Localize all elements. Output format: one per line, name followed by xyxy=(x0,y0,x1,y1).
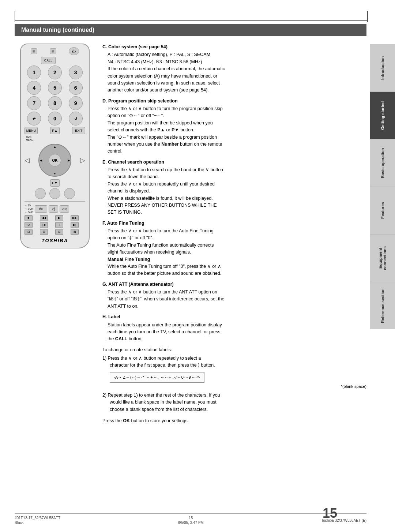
pv-button[interactable]: P▼ xyxy=(50,179,60,187)
ok-button[interactable]: OK xyxy=(49,154,61,166)
btn-extra3[interactable]: ⊟ xyxy=(55,229,63,235)
footer: #01E13-17_32/37WL58AET Black 15 8/5/05, … xyxy=(15,513,366,525)
remote-top-row: ⊞ ⊟ ⏻ xyxy=(25,47,85,55)
power-button[interactable]: ⏻ xyxy=(69,47,79,55)
remote-wrapper: ⊞ ⊟ ⏻ CALL 1 2 3 4 5 6 xyxy=(15,44,95,248)
section-g-body: Press the ∧ or ∨ button to turn the ANT … xyxy=(102,289,366,310)
nav-right[interactable]: ▶ xyxy=(68,159,70,162)
transport-row-1: ■ ◀◀ ▶ ▶▶ xyxy=(25,215,85,221)
source-btn-1[interactable]: I/II xyxy=(35,205,47,213)
side-tabs: Introduction Getting started Basic opera… xyxy=(370,44,395,329)
station-labels-intro: To change or create station labels: xyxy=(102,346,366,353)
tab-getting-started[interactable]: Getting started xyxy=(370,91,395,139)
source-labels: → TV → VCR → DVD xyxy=(25,204,33,214)
call-row: CALL xyxy=(25,57,85,64)
tab-basic-operation[interactable]: Basic operation xyxy=(370,139,395,187)
station-labels-section: To change or create station labels: 1) P… xyxy=(102,346,366,425)
tab-introduction[interactable]: Introduction xyxy=(370,44,395,91)
btn-1[interactable]: 1 xyxy=(27,65,41,79)
btn-extra4[interactable]: ⊠ xyxy=(71,229,79,235)
skip-fwd-btn[interactable]: ▶| xyxy=(71,222,79,228)
section-e-body: Press the ∧ button to search up the band… xyxy=(102,166,366,216)
section-c-title: C. Color system (see page 54) xyxy=(102,44,366,50)
section-d-body: Press the ∧ or ∨ button to turn the prog… xyxy=(102,105,366,155)
btn-7[interactable]: 7 xyxy=(27,96,41,110)
remote-col: ⊞ ⊟ ⏻ CALL 1 2 3 4 5 6 xyxy=(15,44,95,248)
vol-up-icon: ▷ xyxy=(80,156,85,164)
tab-features[interactable]: Features xyxy=(370,187,395,234)
nav-left[interactable]: ◀ xyxy=(40,159,42,162)
btn-6[interactable]: 6 xyxy=(69,81,83,95)
round-btn-3[interactable] xyxy=(64,188,75,199)
menu-button[interactable]: MENU xyxy=(25,127,38,134)
remote-control: ⊞ ⊟ ⏻ CALL 1 2 3 4 5 6 xyxy=(20,44,90,248)
dvd-menu-label: DVDMENU xyxy=(26,136,34,141)
nav-down[interactable]: ▼ xyxy=(53,172,56,175)
round-buttons-row xyxy=(25,188,85,199)
section-c-body: A : Automatic (factory setting), P : PAL… xyxy=(102,51,366,94)
btn-recall[interactable]: ↺ xyxy=(69,112,83,125)
section-f-body: Press the ∨ or ∧ button to turn the Auto… xyxy=(102,228,366,277)
exit-button[interactable]: EXIT xyxy=(72,127,85,134)
section-header: Manual tuning (continued) xyxy=(15,24,366,36)
rew-btn[interactable]: ◀◀ xyxy=(40,215,48,221)
section-d-title: D. Program position skip selection xyxy=(102,98,366,105)
transport-row-3: ⊡ ⊞ ⊟ ⊠ xyxy=(25,229,85,235)
page-number: 15 xyxy=(323,506,337,521)
vol-icon[interactable]: ◁) xyxy=(49,205,58,213)
btn-8[interactable]: 8 xyxy=(48,96,62,110)
btn-3[interactable]: 3 xyxy=(69,65,83,79)
remote-icon-1: ⊞ xyxy=(31,48,37,54)
step2: 2) Repeat step 1) to enter the rest of t… xyxy=(102,392,366,413)
btn-extra1[interactable]: ⊡ xyxy=(25,229,33,235)
rec-btn[interactable]: ⊙ xyxy=(25,222,33,228)
btn-9[interactable]: 9 xyxy=(69,96,83,110)
page-border-right xyxy=(367,11,368,22)
nav-ring: ▲ ▼ ◀ ▶ OK xyxy=(38,144,71,177)
blank-space-note: *(blank space) xyxy=(102,383,366,390)
skip-back-btn[interactable]: |◀ xyxy=(40,222,48,228)
text-col: C. Color system (see page 54) A : Automa… xyxy=(102,44,366,424)
mute-icon[interactable]: ◁◁ xyxy=(60,205,69,213)
btn-4[interactable]: 4 xyxy=(27,81,41,95)
round-btn-1[interactable] xyxy=(35,188,46,199)
transport-row-2: ⊙ |◀ ⏸ ▶| xyxy=(25,222,85,228)
number-grid: 1 2 3 4 5 6 7 8 9 ⇄ 0 ↺ xyxy=(25,65,85,125)
pause-btn[interactable]: ⏸ xyxy=(55,222,63,228)
brand-logo: TOSHIBA xyxy=(25,238,85,243)
btn-5[interactable]: 5 xyxy=(48,81,62,95)
spacer xyxy=(58,57,69,64)
stop-btn[interactable]: ■ xyxy=(25,215,33,221)
ok-note: Press the OK button to store your settin… xyxy=(102,417,366,424)
char-sequence-box: ·A-··Z←(·-)←·* ←+←, ←·-←.·/←0-··9←·ᵘ· xyxy=(110,372,204,383)
section-h-body: Station labels appear under the program … xyxy=(102,322,366,343)
tab-reference-section[interactable]: Reference section xyxy=(370,282,395,329)
btn-0[interactable]: 0 xyxy=(48,112,62,125)
btn-2[interactable]: 2 xyxy=(48,65,62,79)
tab-equipment-connections[interactable]: Equipment connections xyxy=(370,234,395,282)
section-h-title: H. Label xyxy=(102,314,366,321)
vol-down-icon: ◁ xyxy=(25,156,30,164)
footer-left: #01E13-17_32/37WL58AET Black xyxy=(15,516,60,525)
section-f-title: F. Auto Fine Tuning xyxy=(102,220,366,227)
dvd-menu-row: DVDMENU xyxy=(25,136,85,141)
round-btn-2[interactable] xyxy=(49,188,60,199)
play-btn[interactable]: ▶ xyxy=(55,215,63,221)
remote-bottom: → TV → VCR → DVD I/II ◁) ◁◁ ■ ◀◀ xyxy=(25,201,85,235)
call-button[interactable]: CALL xyxy=(41,57,56,64)
two-col-layout: ⊞ ⊟ ⏻ CALL 1 2 3 4 5 6 xyxy=(15,44,366,424)
section-g-title: G. ANT ATT (Antenna attenuator) xyxy=(102,281,366,288)
remote-icon-2: ⊟ xyxy=(50,48,56,54)
menu-row: MENU P▲ EXIT xyxy=(25,127,85,134)
main-content: Manual tuning (continued) ⊞ ⊟ ⏻ CALL xyxy=(15,20,366,510)
pv-row: P▼ xyxy=(25,179,85,187)
nav-up[interactable]: ▲ xyxy=(53,145,56,149)
btn-swap[interactable]: ⇄ xyxy=(27,112,41,125)
nav-section: ◁ ▲ ▼ ◀ ▶ OK ▷ xyxy=(25,142,85,178)
footer-center: 15 8/5/05, 3:47 PM xyxy=(178,516,204,525)
btn-extra2[interactable]: ⊞ xyxy=(40,229,48,235)
section-e-title: E. Channel search operation xyxy=(102,159,366,166)
pa-button[interactable]: P▲ xyxy=(50,127,60,134)
step1: 1) Press the ∨ or ∧ button repeatedly to… xyxy=(102,355,366,369)
fwd-btn[interactable]: ▶▶ xyxy=(71,215,79,221)
